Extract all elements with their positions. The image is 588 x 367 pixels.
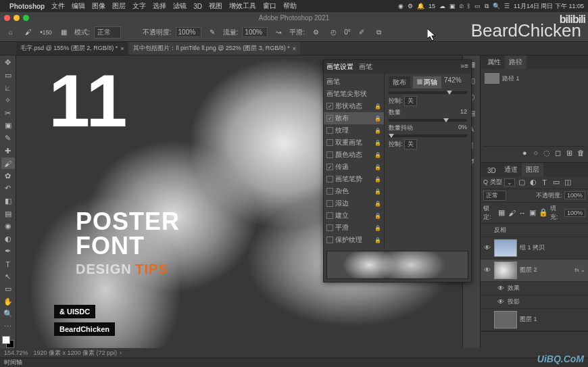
layer-row[interactable]: 👁 组 1 拷贝: [481, 237, 588, 260]
datetime[interactable]: 11月14日 周日 下午 11:05: [514, 2, 584, 11]
control2-dropdown[interactable]: 关: [404, 139, 417, 149]
angle-icon[interactable]: ◴: [326, 26, 340, 39]
checkbox[interactable]: [326, 224, 333, 231]
fill-field[interactable]: 100%: [564, 209, 585, 217]
document-tab[interactable]: 其中包括图片：ll pinTitle ll.png @ 252% (图层 3, …: [129, 42, 300, 55]
brush-opt-smooth[interactable]: 平滑🔒: [324, 222, 384, 234]
lock-icon[interactable]: 🔒: [374, 140, 381, 146]
healing-tool[interactable]: ✚: [1, 145, 15, 157]
menu-plugins[interactable]: 增效工具: [229, 1, 256, 11]
tab-brush-settings[interactable]: 画笔设置: [326, 62, 353, 72]
frame-tool[interactable]: ▣: [1, 120, 15, 132]
maximize-window-button[interactable]: [23, 15, 29, 21]
checkbox[interactable]: [326, 188, 333, 195]
subtab-scatter[interactable]: 散布: [389, 76, 410, 89]
mask-icon[interactable]: ◻: [554, 149, 563, 158]
lock-icon[interactable]: 🔒: [374, 237, 381, 243]
fill-path-icon[interactable]: ●: [520, 148, 529, 157]
brush-opt-pose[interactable]: 画笔笔势🔒: [324, 173, 384, 185]
brush-opt-texture[interactable]: 纹理🔒: [324, 124, 384, 137]
brush-preset-picker[interactable]: •150: [39, 26, 53, 39]
menu-image[interactable]: 图像: [92, 1, 105, 11]
menu-type[interactable]: 文字: [132, 1, 146, 11]
angle-value[interactable]: 0°: [344, 28, 351, 36]
brush-settings-icon[interactable]: ▦: [57, 26, 70, 39]
visibility-toggle[interactable]: 👁: [483, 244, 491, 251]
checkbox[interactable]: [326, 200, 333, 207]
lock-image-icon[interactable]: 🖌: [508, 208, 516, 218]
airplay-icon[interactable]: ▣: [449, 3, 456, 9]
checkbox[interactable]: [326, 151, 333, 158]
layer-effect-row[interactable]: 👁 效果: [481, 282, 588, 295]
delete-path-icon[interactable]: 🗑: [576, 148, 585, 157]
visibility-toggle[interactable]: 👁: [483, 266, 491, 274]
chevron-right-icon[interactable]: ›: [120, 349, 122, 356]
history-brush-tool[interactable]: ↶: [1, 182, 15, 195]
lock-icon[interactable]: 🔒: [374, 164, 381, 170]
edit-toolbar[interactable]: ⋯: [1, 321, 15, 333]
control-center-icon[interactable]: ☰: [504, 3, 510, 9]
lock-all-icon[interactable]: 🔒: [539, 208, 548, 218]
filter-type-icon[interactable]: T: [540, 178, 549, 187]
battery-icon[interactable]: ▭: [474, 3, 481, 9]
count-slider[interactable]: [389, 119, 467, 122]
tab-channels[interactable]: 通道: [500, 163, 522, 176]
count-value[interactable]: 12: [460, 108, 467, 115]
brush-opt-wet[interactable]: 湿边🔒: [324, 197, 384, 210]
brush-settings-panel[interactable]: 画笔设置 画笔 »≡ 画笔 画笔笔尖形状 ✓形状动态🔒 ✓散布🔒 纹理🔒 双重画…: [323, 59, 472, 283]
zoom-level[interactable]: 154.72%: [4, 349, 28, 356]
brush-opt-tip[interactable]: 画笔笔尖形状: [324, 88, 384, 100]
bluetooth-icon[interactable]: ᛒ: [467, 3, 470, 9]
cloud-icon[interactable]: ☁: [439, 3, 445, 9]
lock-icon[interactable]: 🔒: [374, 189, 381, 195]
brush-opt-dual[interactable]: 双重画笔🔒: [324, 137, 384, 149]
flow-field[interactable]: 100%: [242, 27, 268, 37]
checkbox[interactable]: [326, 127, 333, 134]
menu-view[interactable]: 视图: [209, 1, 222, 11]
color-swatch[interactable]: [2, 336, 14, 348]
lock-position-icon[interactable]: ↔: [518, 208, 526, 218]
filter-type-dropdown[interactable]: ⌄: [504, 178, 515, 187]
gradient-tool[interactable]: ▤: [1, 207, 15, 220]
tab-brushes[interactable]: 画笔: [359, 62, 372, 72]
menu-3d[interactable]: 3D: [193, 3, 202, 10]
filter-shape-icon[interactable]: ▭: [552, 178, 561, 187]
menu-edit[interactable]: 编辑: [72, 1, 85, 11]
jitter-value[interactable]: 0%: [458, 124, 467, 130]
path-tool[interactable]: ↖: [1, 270, 15, 283]
checkbox[interactable]: [326, 237, 333, 243]
path-row[interactable]: 路径 1: [483, 72, 585, 85]
visibility-toggle[interactable]: 👁: [497, 285, 505, 292]
tab-layers[interactable]: 图层: [522, 163, 543, 176]
brush-opt-brushes[interactable]: 画笔: [324, 76, 384, 88]
new-path-icon[interactable]: ⊞: [564, 149, 574, 158]
filter-smart-icon[interactable]: ◫: [563, 178, 572, 187]
lock-transparency-icon[interactable]: ▦: [497, 208, 506, 218]
display-icon[interactable]: ⎚: [460, 3, 463, 9]
filter-adj-icon[interactable]: ◐: [529, 178, 538, 187]
dodge-tool[interactable]: ◐: [1, 233, 15, 245]
blur-tool[interactable]: ◉: [1, 220, 15, 233]
doc-info[interactable]: 1920 像素 x 1200 像素 (72 ppi): [34, 349, 118, 358]
blend-mode-dropdown[interactable]: 正常: [483, 191, 506, 201]
home-icon[interactable]: ⌂: [4, 26, 18, 39]
jitter-slider[interactable]: [389, 134, 467, 137]
checkbox[interactable]: ✓: [326, 115, 333, 122]
lock-icon[interactable]: 🔒: [374, 103, 381, 109]
brush-opt-color[interactable]: 颜色动态🔒: [324, 149, 384, 161]
lock-artboard-icon[interactable]: ▣: [529, 208, 537, 218]
tab-properties[interactable]: 属性: [483, 55, 505, 69]
lock-icon[interactable]: 🔒: [374, 152, 381, 158]
brush-opt-shape[interactable]: ✓形状动态🔒: [324, 100, 384, 112]
lock-icon[interactable]: 🔒: [374, 116, 381, 122]
symmetry-icon[interactable]: ⧉: [372, 26, 386, 39]
minimize-window-button[interactable]: [14, 15, 20, 21]
visibility-toggle[interactable]: 👁: [497, 298, 505, 305]
marquee-tool[interactable]: ▭: [1, 70, 15, 82]
checkbox[interactable]: ✓: [326, 164, 333, 170]
checkbox[interactable]: ✓: [326, 103, 333, 109]
stamp-tool[interactable]: ✿: [1, 170, 15, 182]
record-icon[interactable]: ◉: [398, 3, 403, 9]
lock-icon[interactable]: 🔒: [374, 201, 381, 207]
path-to-selection-icon[interactable]: ◌: [542, 149, 552, 158]
